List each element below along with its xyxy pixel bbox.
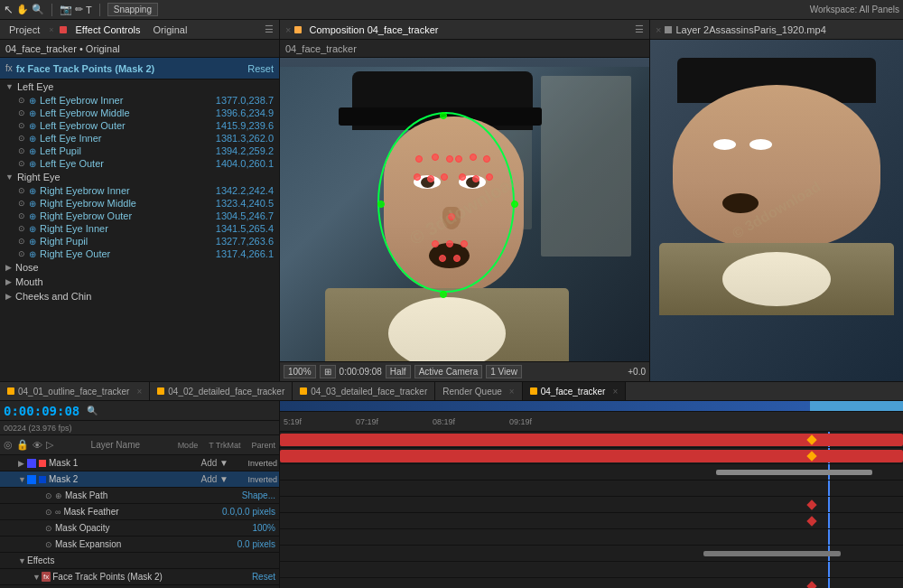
track-row-expansion (280, 513, 903, 529)
list-item[interactable]: ⊙ ⊕ Right Eye Outer 1317.4,266.1 (0, 247, 279, 260)
facetrack-reset[interactable]: Reset (252, 572, 279, 582)
tab-composition[interactable]: Composition 04_face_tracker (305, 23, 442, 37)
list-item[interactable]: ⊙ ⊕ Left Eye Outer 1404.0,260.1 (0, 157, 279, 170)
active-tab-close-icon[interactable]: × (612, 387, 618, 397)
track-row-facetrack (280, 546, 903, 562)
layer-row-opacity[interactable]: ⊙ Mask Opacity 100% (0, 520, 279, 537)
maskpath-label: Mask Path (65, 490, 242, 500)
layer-row-mask1[interactable]: ▶ Mask 1 Add ▼ Inverted (0, 455, 279, 471)
hide-icon[interactable]: 👁 (33, 440, 42, 451)
list-item[interactable]: ⊙ ⊕ Left Eye Inner 1381.3,262.0 (0, 132, 279, 145)
track-point (439, 255, 446, 262)
group-left-eye[interactable]: ▼ Left Eye (0, 79, 279, 94)
tab-original[interactable]: Original (149, 23, 191, 37)
mask1-visibility[interactable] (27, 459, 36, 468)
left-panel: Project × Effect Controls Original ☰ 04_… (0, 20, 280, 381)
list-item[interactable]: ⊙ ⊕ Left Pupil 1394.2,259.2 (0, 145, 279, 157)
expansion-value: 0.0 pixels (237, 539, 279, 549)
expand-facetrack[interactable]: ▼ (33, 573, 42, 582)
expand-mask1[interactable]: ▶ (18, 459, 27, 468)
layer-row-facetrack[interactable]: ▼ fx Face Track Points (Mask 2) Reset (0, 569, 279, 585)
expand-effects[interactable]: ▼ (18, 556, 27, 565)
list-item[interactable]: ⊙ ⊕ Left Eyebrow Inner 1377.0,238.7 (0, 94, 279, 107)
list-item[interactable]: ⊙ ⊕ Left Eyebrow Outer 1415.9,239.6 (0, 119, 279, 132)
hand-icon[interactable]: ✋ (16, 4, 29, 15)
tab-04-face-tracker[interactable]: 04_face_tracker × (523, 382, 627, 400)
panel-menu-icon[interactable]: ☰ (265, 23, 274, 35)
timeline-section: 04_01_outline_face_tracker × 04_02_detai… (0, 381, 903, 588)
layer-row-effects[interactable]: ▼ Effects (0, 553, 279, 569)
offset-value: +0.0 (628, 367, 646, 377)
tab-02-detailed[interactable]: 04_02_detailed_face_tracker (150, 382, 293, 400)
effect-controls-title: 04_face_tracker • Original (0, 40, 279, 58)
text-icon[interactable]: T (86, 5, 92, 15)
list-item[interactable]: ⊙ ⊕ Left Eyebrow Middle 1396.6,234.9 (0, 107, 279, 119)
tab-render-queue[interactable]: Render Queue × (435, 382, 522, 400)
right-panel: × Layer 2AssassinsParis_1920.mp4 © 3ddow… (650, 20, 903, 381)
layer-row-feather[interactable]: ⊙ ∞ Mask Feather 0.0,0.0 pixels (0, 504, 279, 520)
tab-close-icon[interactable]: × (136, 387, 142, 397)
camera-icon[interactable]: 📷 (60, 4, 72, 15)
select-icon[interactable]: ↖ (4, 3, 14, 16)
group-right-eye[interactable]: ▼ Right Eye (0, 170, 279, 184)
col-parent: Parent (251, 441, 275, 450)
track-row-feather (280, 481, 903, 497)
track-point (432, 240, 439, 247)
list-item[interactable]: ⊙ ⊕ Right Eyebrow Inner 1342.2,242.4 (0, 184, 279, 197)
solo-icon[interactable]: ◎ (4, 439, 13, 451)
track-point (483, 155, 490, 163)
fps-label: 00224 (23.976 fps) (4, 424, 72, 433)
fit-view-button[interactable]: ⊞ (320, 365, 336, 378)
layer-row-maskpath[interactable]: ⊙ ⊕ Mask Path Shape... (0, 488, 279, 504)
tab-effect-controls[interactable]: Effect Controls (72, 23, 144, 37)
group-nose[interactable]: ▶ Nose (0, 260, 279, 275)
arrow-left-eye: ▼ (5, 82, 14, 91)
group-cheeks[interactable]: ▶ Cheeks and Chin (0, 289, 279, 303)
zoom-icon[interactable]: 🔍 (32, 4, 44, 15)
list-item[interactable]: ⊙ ⊕ Right Pupil 1327.7,263.6 (0, 235, 279, 247)
spiral-icon: ⊙ (18, 121, 25, 130)
timecode-display[interactable]: 0:00:09:08 (4, 404, 79, 418)
lock-icon[interactable]: 🔒 (16, 439, 29, 451)
reset-button[interactable]: Reset (247, 63, 274, 74)
expansion-keyframe (807, 516, 817, 526)
timeline-track-area: 5:19f 07:19f 08:19f 09:19f (280, 401, 903, 588)
list-item[interactable]: ⊙ ⊕ Right Eye Inner 1341.5,265.4 (0, 222, 279, 235)
pen-icon[interactable]: ✏ (75, 4, 83, 15)
maskpath-link: ⊕ (55, 491, 62, 500)
layer-row-expansion[interactable]: ⊙ Mask Expansion 0.0 pixels (0, 537, 279, 553)
layer-viewport: © 3ddownload (650, 40, 903, 381)
tab-01-outline[interactable]: 04_01_outline_face_tracker × (0, 382, 150, 400)
time-progress-bar (280, 401, 903, 412)
shy-icon[interactable]: ▷ (46, 439, 53, 451)
layer-row-mask2[interactable]: ▼ Mask 2 Add ▼ Inverted (0, 471, 279, 488)
col-layer: Layer Name (91, 440, 140, 450)
comp-viewport[interactable]: © 3ddownload (280, 58, 649, 361)
spiral-icon: ⊙ (18, 146, 25, 155)
target-icon: ⊕ (29, 146, 36, 156)
list-item[interactable]: ⊙ ⊕ Right Eyebrow Middle 1323.4,240.5 (0, 197, 279, 210)
tab-project[interactable]: Project (5, 23, 43, 37)
comp-panel-menu[interactable]: ☰ (635, 23, 644, 35)
snapping-button[interactable]: Snapping (107, 3, 158, 16)
track-point-green (377, 201, 385, 208)
progress-fill (280, 401, 810, 411)
list-item[interactable]: ⊙ ⊕ Right Eyebrow Outer 1304.5,246.7 (0, 210, 279, 222)
col-trk: T TrkMat (209, 441, 240, 450)
close-layer-icon: × (656, 24, 661, 35)
expand-mask2[interactable]: ▼ (18, 475, 27, 484)
zoom-select[interactable]: 100% (284, 365, 316, 378)
resolution-select[interactable]: Half (386, 365, 411, 378)
timeline-layers: ▶ Mask 1 Add ▼ Inverted ▼ Mask 2 Add ▼ I… (0, 455, 279, 588)
target-icon: ⊕ (29, 211, 36, 221)
tab-03-detailed[interactable]: 04_03_detailed_face_tracker (293, 382, 435, 400)
view-select[interactable]: 1 View (486, 365, 522, 378)
search-icon[interactable]: 🔍 (87, 406, 98, 415)
camera-select[interactable]: Active Camera (414, 365, 483, 378)
track-point (446, 240, 453, 247)
toolbar-media: 📷 ✏ T (60, 4, 92, 15)
render-close-icon[interactable]: × (509, 387, 515, 397)
track-point (455, 155, 462, 163)
group-mouth[interactable]: ▶ Mouth (0, 275, 279, 289)
mask2-visibility[interactable] (27, 475, 36, 484)
